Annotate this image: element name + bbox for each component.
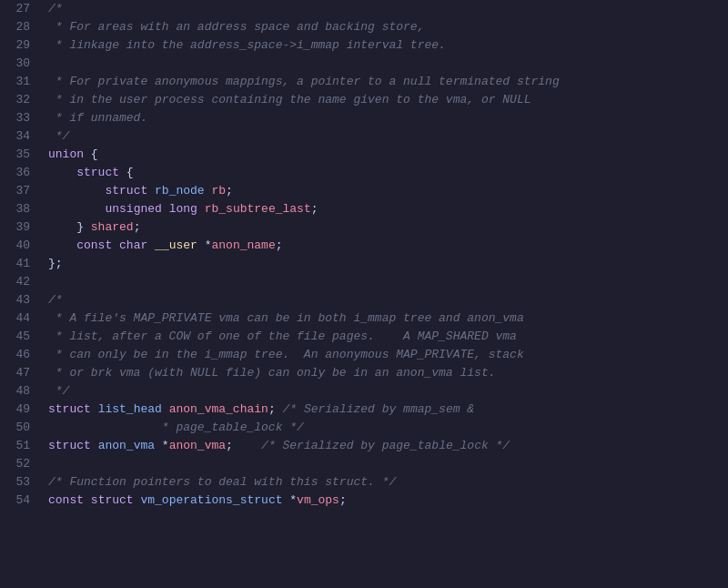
plain-token: ; <box>268 402 283 416</box>
comment-token: * or brk vma (with NULL file) can only b… <box>48 366 495 380</box>
plain-token <box>112 238 119 252</box>
line-number: 45 <box>0 328 30 346</box>
plain-token: ; <box>311 202 318 216</box>
type-token: anon_vma <box>98 439 155 452</box>
plain-token <box>84 493 91 507</box>
code-line: struct rb_node rb; <box>48 182 728 200</box>
comment-inline-token: /* Serialized by page_table_lock */ <box>261 439 510 452</box>
plain-token: { <box>84 147 98 161</box>
plain-token: ; <box>339 493 347 507</box>
line-number: 37 <box>0 182 30 200</box>
line-number: 50 <box>0 419 30 437</box>
code-line: unsigned long rb_subtree_last; <box>48 200 728 218</box>
type-token: vm_operations_struct <box>140 493 282 507</box>
member-token: vm_ops <box>297 493 339 507</box>
line-number: 49 <box>0 400 30 419</box>
comment-token: */ <box>48 384 69 398</box>
member-token: rb_subtree_last <box>205 202 311 216</box>
member-token: shared <box>91 220 134 234</box>
comment-token: /* <box>48 293 63 307</box>
code-line: /* <box>48 291 728 309</box>
line-number: 43 <box>0 291 30 309</box>
plain-token <box>91 402 98 416</box>
line-number: 48 <box>0 382 30 400</box>
line-number: 38 <box>0 200 30 218</box>
line-number: 53 <box>0 473 30 492</box>
line-number: 42 <box>0 273 30 291</box>
line-number: 30 <box>0 55 30 73</box>
line-number: 33 <box>0 109 30 127</box>
line-number: 28 <box>0 18 30 36</box>
keyword-token: struct <box>91 493 134 507</box>
code-line: * linkage into the address_space->i_mmap… <box>48 36 728 55</box>
keyword-token: union <box>48 147 84 161</box>
plain-token: ; <box>226 184 233 198</box>
code-line: * list, after a COW of one of the file p… <box>48 328 728 346</box>
plain-token: ; <box>276 238 283 252</box>
code-line: struct anon_vma *anon_vma; /* Serialized… <box>48 437 728 455</box>
line-number: 35 <box>0 146 30 164</box>
line-number: 29 <box>0 36 30 55</box>
plain-token <box>197 202 205 216</box>
comment-token: * list, after a COW of one of the file p… <box>48 329 517 343</box>
line-number: 39 <box>0 218 30 237</box>
code-line <box>48 273 728 291</box>
member-token: anon_name <box>212 238 276 252</box>
plain-token <box>48 184 105 198</box>
member-token: rb <box>211 184 226 198</box>
plain-token: * <box>197 238 212 252</box>
comment-inline-token: /* Serialized by mmap_sem & <box>282 402 474 416</box>
macro-token: __user <box>155 238 197 252</box>
comment-token: /* Function pointers to deal with this s… <box>48 475 396 489</box>
plain-token: ; <box>226 439 261 452</box>
code-line: * For private anonymous mappings, a poin… <box>48 73 728 91</box>
line-number: 31 <box>0 73 30 91</box>
keyword-token: struct <box>76 166 119 179</box>
member-token: anon_vma_chain <box>169 402 268 416</box>
plain-token <box>91 439 98 452</box>
plain-token: * <box>155 439 169 452</box>
plain-token <box>162 402 169 416</box>
member-token: anon_vma <box>169 439 226 452</box>
comment-token: * can only be in the i_mmap tree. An ano… <box>48 348 524 361</box>
line-number: 52 <box>0 455 30 473</box>
code-line: }; <box>48 255 728 273</box>
code-line: } shared; <box>48 218 728 237</box>
code-content[interactable]: /* * For areas with an address space and… <box>41 0 728 588</box>
code-line: * or brk vma (with NULL file) can only b… <box>48 364 728 382</box>
comment-token: * in the user process containing the nam… <box>48 93 531 106</box>
keyword-token: char <box>119 238 147 252</box>
plain-token <box>147 184 155 198</box>
type-token: list_head <box>98 402 162 416</box>
keyword-token: const <box>48 493 84 507</box>
line-number: 51 <box>0 437 30 455</box>
comment-token: /* <box>48 2 63 15</box>
code-line: * page_table_lock */ <box>48 419 728 437</box>
keyword-token: struct <box>48 402 91 416</box>
plain-token <box>48 238 76 252</box>
plain-token: * <box>282 493 297 507</box>
comment-inline-token: * page_table_lock */ <box>162 421 304 434</box>
code-line: */ <box>48 382 728 400</box>
line-number: 27 <box>0 0 30 18</box>
code-line: union { <box>48 146 728 164</box>
comment-token: */ <box>48 129 69 143</box>
line-number: 44 <box>0 309 30 328</box>
comment-token: * if unnamed. <box>48 111 147 125</box>
code-line: /* Function pointers to deal with this s… <box>48 473 728 492</box>
line-number: 34 <box>0 127 30 146</box>
type-token: rb_node <box>155 184 205 198</box>
code-editor: 2728293031323334353637383940414243444546… <box>0 0 728 588</box>
code-line: * A file's MAP_PRIVATE vma can be in bot… <box>48 309 728 328</box>
code-line: const struct vm_operations_struct *vm_op… <box>48 492 728 510</box>
code-line <box>48 55 728 73</box>
comment-token: * For private anonymous mappings, a poin… <box>48 75 560 88</box>
line-number: 46 <box>0 346 30 364</box>
keyword-token: struct <box>105 184 147 198</box>
line-number-column: 2728293031323334353637383940414243444546… <box>0 0 41 588</box>
code-line: * in the user process containing the nam… <box>48 91 728 109</box>
comment-token: * linkage into the address_space->i_mmap… <box>48 38 446 52</box>
code-line: */ <box>48 127 728 146</box>
plain-token <box>48 421 162 434</box>
line-number: 32 <box>0 91 30 109</box>
